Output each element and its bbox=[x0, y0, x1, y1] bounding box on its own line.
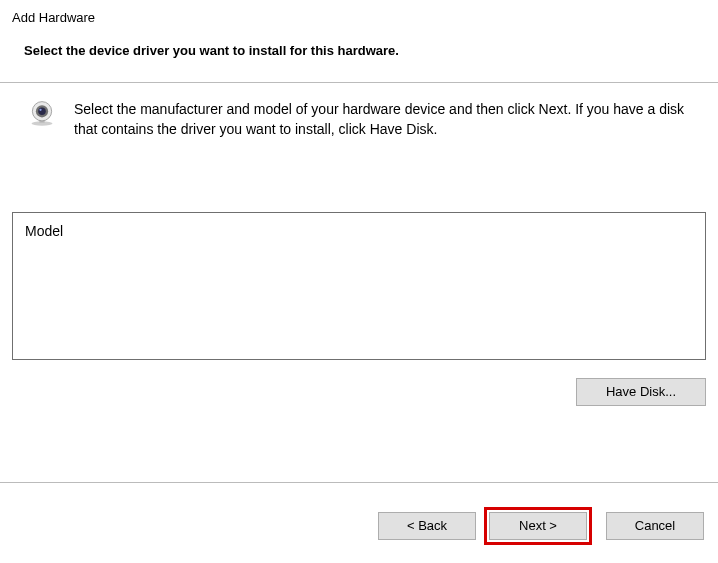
next-button[interactable]: Next > bbox=[489, 512, 587, 540]
have-disk-button[interactable]: Have Disk... bbox=[576, 378, 706, 406]
back-button[interactable]: < Back bbox=[378, 512, 476, 540]
intro-row: Select the manufacturer and model of you… bbox=[0, 83, 718, 140]
svg-point-5 bbox=[38, 107, 46, 115]
model-column-header: Model bbox=[25, 223, 693, 239]
window-title: Add Hardware bbox=[0, 0, 718, 31]
intro-text: Select the manufacturer and model of you… bbox=[74, 99, 690, 140]
have-disk-row: Have Disk... bbox=[0, 360, 718, 430]
wizard-heading: Select the device driver you want to ins… bbox=[0, 31, 718, 82]
next-highlight: Next > bbox=[484, 507, 592, 545]
add-hardware-dialog: Add Hardware Select the device driver yo… bbox=[0, 0, 718, 563]
wizard-content: Select the manufacturer and model of you… bbox=[0, 82, 718, 482]
model-listbox[interactable]: Model bbox=[12, 212, 706, 360]
cancel-button[interactable]: Cancel bbox=[606, 512, 704, 540]
wizard-footer: < Back Next > Cancel bbox=[0, 482, 718, 563]
webcam-icon bbox=[28, 99, 56, 127]
svg-point-6 bbox=[39, 109, 41, 111]
